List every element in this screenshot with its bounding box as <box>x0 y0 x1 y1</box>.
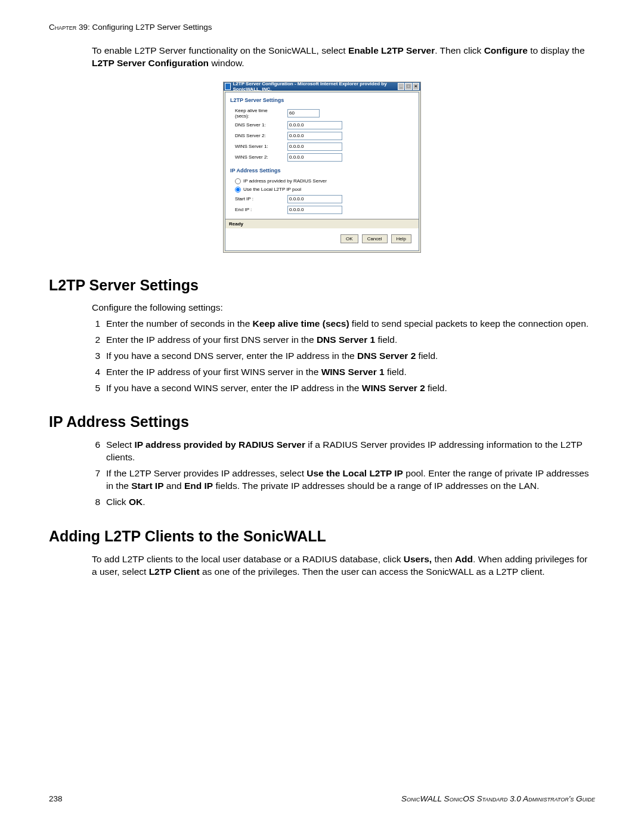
heading-adding-clients: Adding L2TP Clients to the SonicWALL <box>49 528 595 545</box>
ie-icon <box>225 83 231 90</box>
page-number: 238 <box>49 794 63 803</box>
section-l2tp-settings: L2TP Server Settings <box>225 92 419 107</box>
screenshot-dialog: L2TP Server Configuration - Microsoft In… <box>223 82 421 253</box>
help-button[interactable]: Help <box>391 234 411 243</box>
wins2-input[interactable] <box>287 153 342 162</box>
keep-alive-label: Keep alive time (secs): <box>235 108 283 119</box>
status-bar: Ready <box>225 219 419 228</box>
intro-paragraph: To enable L2TP Server functionality on t… <box>92 45 595 70</box>
local-pool-radio[interactable] <box>235 187 241 193</box>
titlebar: L2TP Server Configuration - Microsoft In… <box>224 82 420 91</box>
dns1-label: DNS Server 1: <box>235 122 283 128</box>
chapter-header: Chapter 39: Configuring L2TP Server Sett… <box>49 23 595 32</box>
minimize-icon[interactable]: _ <box>398 83 404 90</box>
startip-input[interactable] <box>287 195 342 203</box>
dns1-input[interactable] <box>287 121 342 129</box>
wins1-label: WINS Server 1: <box>235 144 283 149</box>
section-ip-settings: IP Address Settings <box>225 163 419 177</box>
heading-l2tp-server-settings: L2TP Server Settings <box>49 277 595 294</box>
keep-alive-input[interactable] <box>287 109 320 117</box>
ok-button[interactable]: OK <box>340 234 358 243</box>
steps-list-1: 1Enter the number of seconds in the Keep… <box>92 318 595 395</box>
steps-list-2: 6Select IP address provided by RADIUS Se… <box>92 439 595 509</box>
endip-label: End IP : <box>235 207 283 212</box>
dns2-label: DNS Server 2: <box>235 133 283 138</box>
wins2-label: WINS Server 2: <box>235 154 283 160</box>
dns2-input[interactable] <box>287 132 342 140</box>
close-icon[interactable]: × <box>413 83 419 90</box>
lead-text: Configure the following settings: <box>92 302 595 313</box>
cancel-button[interactable]: Cancel <box>362 234 388 243</box>
radius-radio[interactable] <box>235 178 241 184</box>
heading-ip-address-settings: IP Address Settings <box>49 413 595 431</box>
page-footer: 238 SonicWALL SonicOS Standard 3.0 Admin… <box>49 794 595 803</box>
book-title: SonicWALL SonicOS Standard 3.0 Administr… <box>401 794 595 803</box>
window-title: L2TP Server Configuration - Microsoft In… <box>233 81 397 92</box>
wins1-input[interactable] <box>287 143 342 151</box>
maximize-icon[interactable]: □ <box>405 83 411 90</box>
endip-input[interactable] <box>287 206 342 214</box>
startip-label: Start IP : <box>235 196 283 202</box>
adding-clients-paragraph: To add L2TP clients to the local user da… <box>92 553 595 578</box>
